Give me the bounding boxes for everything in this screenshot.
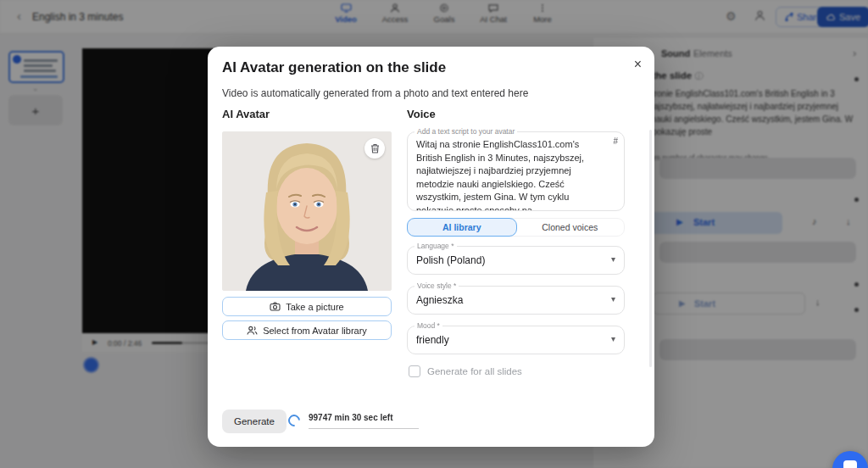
script-textarea[interactable]: Witaj na stronie EnglishClass101.com's B… [408, 132, 624, 210]
app-screen: ‹ English in 3 minutes Video Access Goal… [0, 0, 868, 468]
script-field: Add a text script to your avatar Witaj n… [407, 131, 625, 211]
take-picture-label: Take a picture [286, 302, 343, 312]
trash-icon [370, 143, 380, 153]
generate-all-label: Generate for all slides [427, 366, 522, 376]
take-picture-button[interactable]: Take a picture [222, 297, 392, 316]
language-select[interactable]: Language * Polish (Poland) ▾ [407, 246, 625, 275]
delete-avatar-button[interactable] [364, 138, 385, 159]
chat-bubble-icon [843, 460, 857, 468]
mood-label: Mood * [415, 321, 442, 330]
tab-cloned-voices[interactable]: Cloned voices [516, 219, 625, 236]
voice-style-value: Agnieszka [416, 294, 463, 306]
language-label: Language * [415, 242, 457, 250]
generate-all-checkbox[interactable] [409, 365, 420, 377]
avatar-photo [222, 131, 392, 291]
voice-style-select[interactable]: Voice style * Agnieszka ▾ [407, 286, 625, 315]
modal-scrollbar[interactable] [649, 130, 652, 367]
generate-button[interactable]: Generate [222, 410, 287, 433]
camera-icon [270, 302, 281, 311]
avatar-generation-modal: × AI Avatar generation on the slide Vide… [208, 47, 654, 447]
caret-down-icon: ▾ [611, 334, 615, 343]
close-icon[interactable]: × [634, 58, 642, 71]
modal-subtitle: Video is automatically generated from a … [222, 87, 528, 99]
voice-heading: Voice [407, 108, 436, 120]
people-icon [247, 326, 258, 335]
caret-down-icon: ▾ [611, 294, 615, 304]
mood-select[interactable]: Mood * friendly ▾ [407, 326, 625, 354]
tab-ai-library[interactable]: AI library [407, 218, 517, 237]
credits-remaining: 99747 min 30 sec left [288, 413, 419, 429]
ai-avatar-heading: AI Avatar [222, 108, 270, 120]
hash-icon[interactable]: # [613, 136, 618, 146]
generate-all-slides-option[interactable]: Generate for all slides [409, 365, 522, 377]
avatar-portrait-image [222, 131, 392, 291]
modal-title: AI Avatar generation on the slide [222, 59, 446, 76]
select-avatar-library-button[interactable]: Select from Avatar library [222, 320, 392, 340]
language-value: Polish (Poland) [416, 254, 485, 266]
voice-style-label: Voice style * [415, 281, 459, 290]
spinner-icon [286, 412, 303, 429]
voice-source-tabs: AI library Cloned voices [407, 218, 625, 237]
select-avatar-library-label: Select from Avatar library [263, 326, 367, 336]
time-left-label: 99747 min 30 sec left [309, 413, 419, 429]
mood-value: friendly [416, 334, 449, 346]
caret-down-icon: ▾ [611, 254, 615, 264]
